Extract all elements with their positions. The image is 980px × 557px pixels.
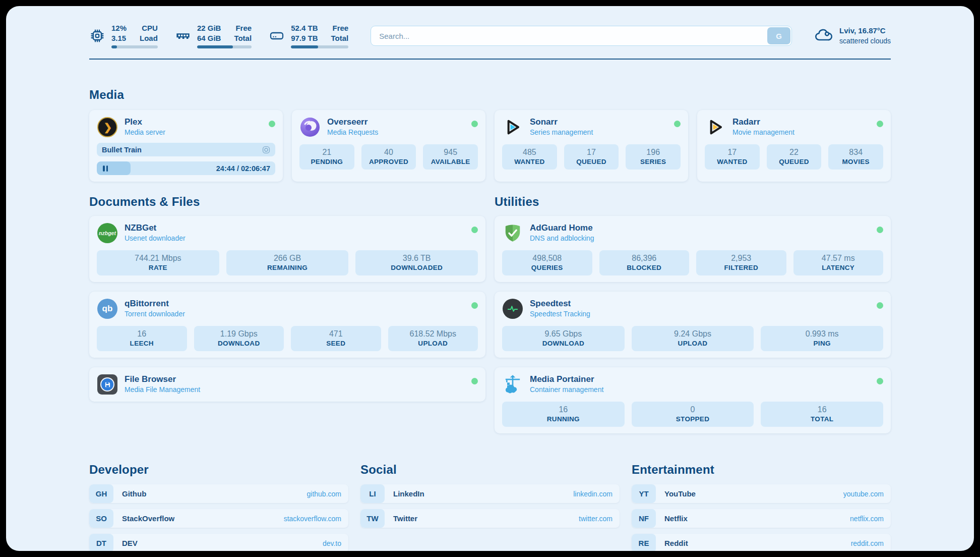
- header-divider: [89, 59, 891, 60]
- service-name: Radarr: [732, 117, 794, 127]
- ram-total-value: 64 GiB: [197, 33, 221, 43]
- service-card-radarr[interactable]: Radarr Movie management 17WANTED 22QUEUE…: [697, 110, 891, 182]
- service-subtitle: Media File Management: [125, 385, 200, 394]
- service-card-nzbget[interactable]: nzbget NZBGet Usenet downloader 744.21 M…: [89, 216, 485, 282]
- service-subtitle: DNS and adblocking: [530, 234, 594, 242]
- bookmark-url: github.com: [307, 490, 341, 498]
- now-playing-bar: Bullet Train: [97, 143, 275, 156]
- stat-box: 744.21 MbpsRATE: [97, 250, 219, 275]
- service-card-sonarr[interactable]: Sonarr Series management 485WANTED 17QUE…: [495, 110, 688, 182]
- playback-time: 24:44 / 02:06:47: [216, 164, 270, 173]
- section-title-developer: Developer: [89, 463, 348, 477]
- stat-box: 21PENDING: [299, 144, 354, 170]
- stat-box: 22QUEUED: [767, 144, 822, 170]
- status-dot: [471, 121, 478, 127]
- stat-box: 266 GBREMAINING: [226, 250, 349, 275]
- service-card-speedtest[interactable]: Speedtest Speedtest Tracking 9.65 GbpsDO…: [495, 292, 891, 358]
- weather-location: Lviv, 16.87°C: [839, 26, 891, 36]
- service-subtitle: Usenet downloader: [125, 234, 186, 242]
- filebrowser-icon: [97, 374, 118, 395]
- search-bar: G: [371, 26, 792, 46]
- stat-box: 945AVAILABLE: [423, 144, 478, 170]
- service-subtitle: Series management: [530, 128, 593, 136]
- bookmark-row-linkedin[interactable]: LI LinkedIn linkedin.com: [360, 484, 620, 503]
- bookmark-group-entertainment: Entertainment YT YouTube youtube.com NF …: [632, 463, 891, 551]
- speedtest-icon: [502, 298, 523, 319]
- stat-box: 16LEECH: [97, 326, 187, 351]
- disk-total-label: Total: [331, 33, 348, 43]
- stat-box: 485WANTED: [502, 144, 557, 170]
- bookmark-group-social: Social LI LinkedIn linkedin.com TW Twitt…: [360, 463, 620, 551]
- utilities-column: AdGuard Home DNS and adblocking 498,508Q…: [495, 216, 891, 433]
- cpu-progress-bar: [111, 45, 158, 48]
- weather-condition: scattered clouds: [839, 36, 891, 46]
- service-card-adguard[interactable]: AdGuard Home DNS and adblocking 498,508Q…: [495, 216, 891, 282]
- section-title-documents: Documents & Files: [89, 195, 485, 209]
- section-title-media: Media: [89, 88, 891, 102]
- status-dot: [471, 227, 478, 233]
- service-name: File Browser: [125, 374, 200, 384]
- service-name: Overseerr: [327, 117, 378, 127]
- bookmark-url: reddit.com: [851, 539, 884, 547]
- cpu-percent: 12%: [111, 23, 127, 33]
- service-card-plex[interactable]: ❯ Plex Media server Bullet Train 24:44: [89, 110, 283, 182]
- bookmark-abbr: YT: [632, 484, 656, 503]
- service-card-qbittorrent[interactable]: qb qBittorrent Torrent downloader 16LEEC…: [89, 292, 485, 358]
- service-name: NZBGet: [125, 223, 186, 233]
- service-subtitle: Speedtest Tracking: [530, 310, 590, 318]
- bookmark-name: LinkedIn: [393, 489, 424, 498]
- stat-box: 834MOVIES: [828, 144, 883, 170]
- bookmark-url: dev.to: [323, 539, 341, 547]
- bookmark-row-netflix[interactable]: NF Netflix netflix.com: [632, 509, 891, 528]
- now-playing-title: Bullet Train: [102, 146, 142, 154]
- bookmark-name: DEV: [122, 539, 138, 547]
- status-dot: [269, 121, 275, 127]
- cpu-label: CPU: [140, 23, 158, 33]
- bookmark-name: Netflix: [664, 514, 688, 523]
- bookmark-url: twitter.com: [579, 515, 612, 523]
- documents-column: nzbget NZBGet Usenet downloader 744.21 M…: [89, 216, 485, 402]
- bookmark-row-twitter[interactable]: TW Twitter twitter.com: [360, 509, 620, 528]
- cpu-load-value: 3.15: [111, 33, 127, 43]
- bookmark-row-stackoverflow[interactable]: SO StackOverflow stackoverflow.com: [89, 509, 348, 528]
- section-title-entertainment: Entertainment: [632, 463, 891, 477]
- bookmark-row-dev[interactable]: DT DEV dev.to: [89, 534, 348, 551]
- search-input[interactable]: [371, 26, 792, 46]
- session-view-icon[interactable]: [262, 146, 270, 154]
- stat-box: 86,396BLOCKED: [599, 250, 690, 275]
- cpu-load-label: Load: [140, 33, 158, 43]
- ram-free-value: 22 GiB: [197, 23, 221, 33]
- disk-progress-bar: [291, 45, 348, 48]
- dashboard-page: 12%3.15 CPULoad 22 GiB64 GiB: [6, 6, 974, 551]
- service-card-portainer[interactable]: Media Portainer Container management 16R…: [495, 367, 891, 433]
- stat-box: 0.993 msPING: [761, 326, 883, 351]
- top-bar: 12%3.15 CPULoad 22 GiB64 GiB: [89, 21, 891, 50]
- stat-box: 2,953FILTERED: [696, 250, 786, 275]
- cpu-stat: 12%3.15 CPULoad: [89, 23, 158, 48]
- stat-box: 196SERIES: [626, 144, 681, 170]
- cpu-icon: [89, 28, 105, 44]
- bookmark-row-github[interactable]: GH Github github.com: [89, 484, 348, 503]
- bookmark-name: YouTube: [664, 489, 696, 498]
- bookmark-abbr: NF: [632, 509, 656, 528]
- bookmark-row-reddit[interactable]: RE Reddit reddit.com: [632, 534, 891, 551]
- service-card-overseerr[interactable]: Overseerr Media Requests 21PENDING 40APP…: [292, 110, 485, 182]
- service-name: Media Portainer: [530, 374, 603, 384]
- stat-box: 0STOPPED: [632, 402, 754, 427]
- service-card-filebrowser[interactable]: File Browser Media File Management: [89, 367, 485, 402]
- service-name: qBittorrent: [125, 299, 185, 309]
- bookmark-name: Reddit: [664, 539, 688, 547]
- service-name: Speedtest: [530, 299, 590, 309]
- bookmark-url: stackoverflow.com: [284, 515, 341, 523]
- media-cards-row: ❯ Plex Media server Bullet Train 24:44: [89, 110, 891, 182]
- search-provider-button[interactable]: G: [767, 27, 790, 44]
- status-dot: [674, 121, 681, 127]
- stat-box: 498,508QUERIES: [502, 250, 592, 275]
- bookmark-row-youtube[interactable]: YT YouTube youtube.com: [632, 484, 891, 503]
- disk-free-label: Free: [331, 23, 348, 33]
- service-subtitle: Movie management: [732, 128, 794, 136]
- stat-box: 39.6 TBDOWNLOADED: [355, 250, 478, 275]
- stat-box: 9.65 GbpsDOWNLOAD: [502, 326, 625, 351]
- bookmark-abbr: TW: [360, 509, 385, 528]
- cloud-icon: [814, 26, 833, 45]
